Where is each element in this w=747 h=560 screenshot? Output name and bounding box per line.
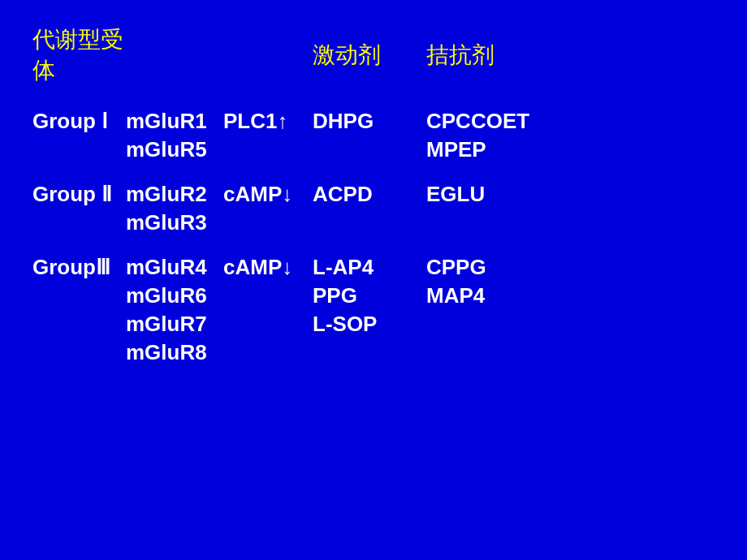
group1-row1-agonist: DHPG xyxy=(313,109,426,134)
group3-row3-signal xyxy=(223,312,313,337)
group2-row2-agonist xyxy=(313,210,426,235)
group3-row1-signal: cAMP↓ xyxy=(223,255,313,280)
group2-row1-signal: cAMP↓ xyxy=(223,182,313,207)
group1-row2-signal xyxy=(223,137,313,162)
group1-row1-receptor: mGluR1 xyxy=(126,109,223,134)
group3-row3-antagonist xyxy=(426,312,572,337)
group3-row1-antagonist: CPPG xyxy=(426,255,572,280)
title-antagonist: 拮抗剂 xyxy=(426,40,572,71)
group3-row4-signal xyxy=(223,340,313,365)
group2-row1-receptor: mGluR2 xyxy=(126,182,223,207)
title-receptor: 代谢型受体 xyxy=(32,24,126,86)
group2-row1-agonist: ACPD xyxy=(313,182,426,207)
group3-row2-receptor: mGluR6 xyxy=(126,283,223,308)
group3-label: GroupⅢ xyxy=(32,255,126,280)
group3-row1-agonist: L-AP4 xyxy=(313,255,426,280)
group1-row1-antagonist: CPCCOET xyxy=(426,109,572,134)
group1-row2-antagonist: MPEP xyxy=(426,137,572,162)
group1-row1-signal: PLC1↑ xyxy=(223,109,313,134)
group2-label: Group Ⅱ xyxy=(32,182,126,207)
group3-row4-receptor: mGluR8 xyxy=(126,340,223,365)
group-2: Group Ⅱ mGluR2 cAMP↓ ACPD EGLU mGluR3 xyxy=(32,182,715,235)
group3-row3-receptor: mGluR7 xyxy=(126,312,223,337)
group2-row1-antagonist: EGLU xyxy=(426,182,572,207)
group3-row2-agonist: PPG xyxy=(313,283,426,308)
group3-row1-receptor: mGluR4 xyxy=(126,255,223,280)
title-agonist: 激动剂 xyxy=(313,40,426,71)
group3-row3-agonist: L-SOP xyxy=(313,312,426,337)
group3-row4-antagonist xyxy=(426,340,572,365)
group2-row2-receptor: mGluR3 xyxy=(126,210,223,235)
group2-row2-antagonist xyxy=(426,210,572,235)
slide: 代谢型受体 激动剂 拮抗剂 Group Ⅰ mGluR1 PLC1↑ DHPG … xyxy=(0,0,747,560)
group1-row2-agonist xyxy=(313,137,426,162)
group3-row2-signal xyxy=(223,283,313,308)
group-3: GroupⅢ mGluR4 cAMP↓ L-AP4 CPPG mGluR6 PP… xyxy=(32,255,715,365)
group1-row2-receptor: mGluR5 xyxy=(126,137,223,162)
group1-label: Group Ⅰ xyxy=(32,109,126,134)
group3-row2-antagonist: MAP4 xyxy=(426,283,572,308)
group-1: Group Ⅰ mGluR1 PLC1↑ DHPG CPCCOET mGluR5… xyxy=(32,109,715,162)
group3-row4-agonist xyxy=(313,340,426,365)
group2-row2-signal xyxy=(223,210,313,235)
